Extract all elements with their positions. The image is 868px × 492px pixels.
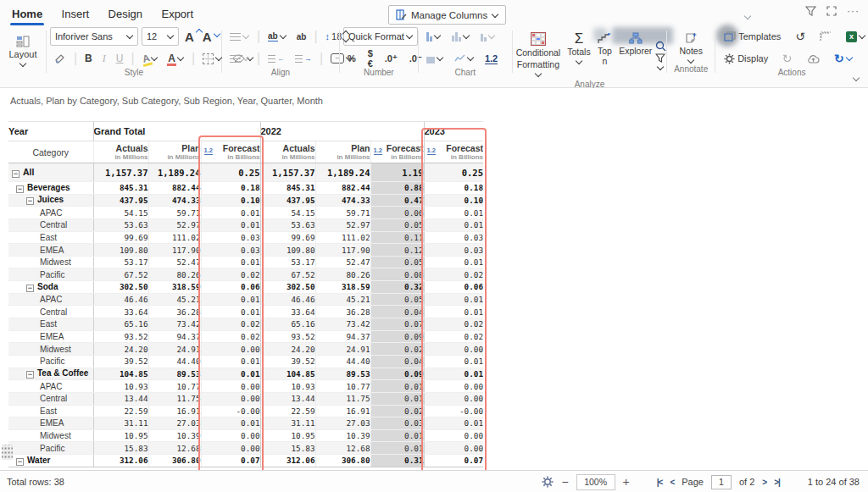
data-cell[interactable]: 474.33 (315, 194, 370, 207)
next-page-button[interactable]: > (762, 478, 766, 487)
row-label[interactable]: Midwest (8, 343, 93, 356)
zoom-level-value[interactable]: 100% (576, 474, 615, 490)
data-cell[interactable]: 22.59 (93, 405, 148, 417)
data-cell[interactable]: 44.40 (148, 355, 201, 368)
data-cell[interactable]: 99.69 (260, 231, 315, 244)
data-cell[interactable]: 31.11 (93, 417, 148, 430)
data-cell[interactable]: 111.02 (315, 231, 370, 244)
data-cell[interactable]: 0.01 (424, 218, 483, 231)
data-cell[interactable]: 0.88 (370, 182, 424, 195)
data-cell[interactable]: 0.03 (424, 231, 483, 244)
number-scale-badge[interactable]: 1.2 (427, 146, 436, 155)
data-cell[interactable]: 104.85 (93, 368, 148, 380)
data-cell[interactable]: 0.02 (201, 318, 260, 331)
data-cell[interactable]: 10.39 (148, 429, 201, 442)
data-cell[interactable]: 52.97 (315, 218, 370, 231)
data-cell[interactable]: 0.00 (424, 392, 483, 405)
data-cell[interactable]: 1,157.37 (93, 163, 148, 182)
data-cell[interactable]: 0.00 (201, 380, 260, 393)
measure-header-forecast[interactable]: 1.2Forecastin Billions (201, 141, 260, 163)
italic-button[interactable]: I (100, 50, 108, 67)
data-cell[interactable]: 54.15 (260, 207, 315, 219)
increase-indent-button[interactable]: → (292, 50, 314, 67)
data-cell[interactable]: 0.47 (370, 194, 424, 207)
data-cell[interactable]: 0.00 (424, 343, 483, 356)
row-label[interactable]: −All (8, 163, 93, 182)
data-cell[interactable]: 10.77 (148, 380, 201, 393)
data-cell[interactable]: 0.25 (424, 163, 483, 182)
data-cell[interactable]: 0.25 (201, 163, 260, 182)
data-cell[interactable]: 437.95 (260, 194, 315, 207)
data-cell[interactable]: 65.16 (93, 318, 148, 331)
last-page-button[interactable]: >| (774, 478, 780, 487)
display-button[interactable]: Display (724, 53, 768, 64)
data-cell[interactable]: 318.59 (148, 281, 201, 294)
row-label[interactable]: EMEA (8, 417, 93, 430)
table-chart-button[interactable] (424, 50, 446, 67)
publish-button[interactable] (807, 54, 820, 64)
combo-chart-button[interactable] (478, 28, 498, 45)
data-cell[interactable]: 0.10 (424, 194, 483, 207)
filter-icon[interactable] (805, 6, 816, 16)
font-color-button[interactable]: A (165, 50, 186, 67)
data-cell[interactable]: 67.52 (93, 268, 148, 281)
collapse-icon[interactable]: − (26, 197, 34, 205)
data-cell[interactable]: 0.03 (201, 231, 260, 244)
data-cell[interactable]: 0.06 (370, 207, 424, 219)
row-label[interactable]: Central (8, 306, 93, 318)
data-cell[interactable]: 0.01 (201, 256, 260, 268)
data-cell[interactable]: 0.00 (201, 442, 260, 455)
data-cell[interactable]: 10.93 (93, 380, 148, 393)
data-cell[interactable]: 52.47 (315, 256, 370, 268)
data-cell[interactable]: -0.00 (424, 405, 483, 417)
measure-header-actuals[interactable]: Actualsin Millions (260, 141, 315, 163)
data-cell[interactable]: 0.03 (424, 244, 483, 257)
data-cell[interactable]: 0.02 (201, 268, 260, 281)
data-cell[interactable]: 0.01 (424, 355, 483, 368)
data-cell[interactable]: 437.95 (93, 194, 148, 207)
row-label[interactable]: −Water (8, 455, 93, 467)
data-cell[interactable]: 36.28 (148, 306, 201, 318)
data-cell[interactable]: 46.46 (260, 293, 315, 306)
data-cell[interactable]: 0.01 (424, 368, 483, 380)
data-cell[interactable]: 0.04 (370, 306, 424, 318)
data-cell[interactable]: 12.68 (315, 442, 370, 455)
data-cell[interactable]: 52.47 (148, 256, 201, 268)
data-cell[interactable]: 1,157.37 (260, 163, 315, 182)
data-cell[interactable]: 0.06 (201, 281, 260, 294)
data-cell[interactable]: 10.77 (315, 380, 370, 393)
data-cell[interactable]: 67.52 (260, 268, 315, 281)
data-cell[interactable]: 0.02 (424, 268, 483, 281)
data-cell[interactable]: 39.52 (260, 355, 315, 368)
row-label[interactable]: East (8, 405, 93, 417)
redo-button[interactable]: ↺ (780, 50, 795, 67)
data-cell[interactable]: 0.05 (370, 293, 424, 306)
data-cell[interactable]: 0.18 (201, 182, 260, 195)
data-cell[interactable]: 302.50 (93, 281, 148, 294)
data-cell[interactable]: 0.03 (201, 244, 260, 257)
zoom-out-button[interactable]: − (561, 475, 568, 489)
data-cell[interactable]: 73.42 (315, 318, 370, 331)
data-cell[interactable]: 109.80 (260, 244, 315, 257)
data-cell[interactable]: 0.32 (370, 281, 424, 294)
data-cell[interactable]: 52.97 (148, 218, 201, 231)
data-cell[interactable]: 0.01 (424, 207, 483, 219)
search-button[interactable] (655, 41, 666, 52)
data-cell[interactable]: 94.37 (315, 330, 370, 343)
data-cell[interactable]: 306.80 (315, 455, 370, 467)
data-cell[interactable]: 0.00 (201, 343, 260, 356)
data-cell[interactable]: 24.20 (260, 343, 315, 356)
data-cell[interactable]: 16.91 (148, 405, 201, 417)
data-cell[interactable]: 0.01 (370, 442, 424, 455)
tab-home[interactable]: Home (12, 8, 42, 20)
stacked-chart-button[interactable] (449, 28, 472, 45)
explorer-button[interactable]: Explorer (615, 30, 655, 56)
horizontal-align-button[interactable] (227, 50, 252, 67)
number-scale-badge[interactable]: 1.2 (204, 146, 213, 155)
data-cell[interactable]: 36.28 (315, 306, 370, 318)
row-label[interactable]: East (8, 318, 93, 331)
row-label[interactable]: EMEA (8, 244, 93, 257)
row-label[interactable]: −Juices (8, 194, 93, 207)
data-cell[interactable]: 24.91 (315, 343, 370, 356)
data-cell[interactable]: 24.20 (93, 343, 148, 356)
